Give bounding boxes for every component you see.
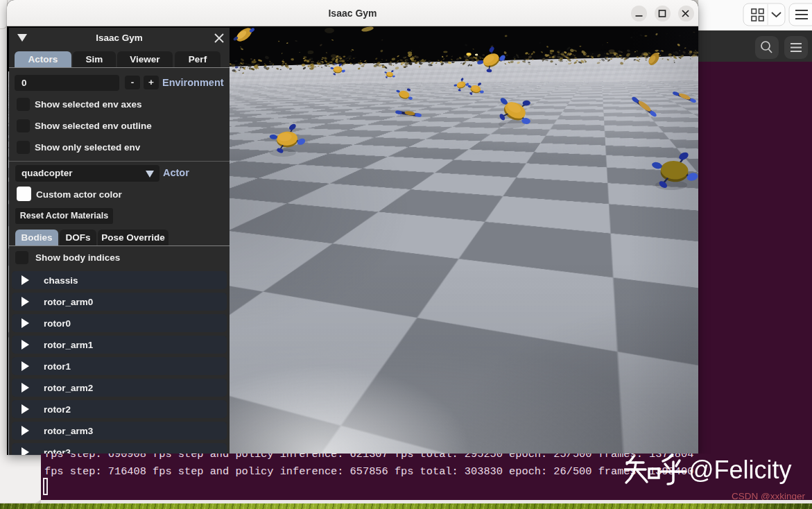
svg-text:@Felicity: @Felicity	[689, 456, 792, 484]
